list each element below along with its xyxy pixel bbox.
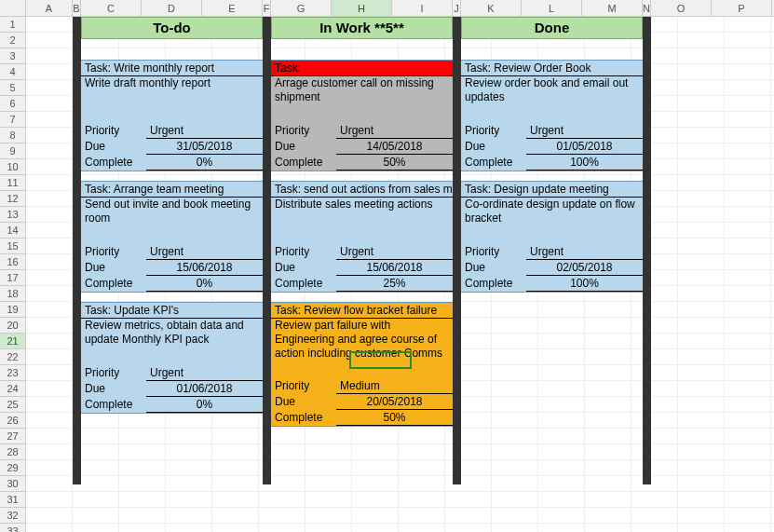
row-header-16[interactable]: 16 (0, 254, 25, 270)
row-header-29[interactable]: 29 (0, 460, 25, 476)
row-header-4[interactable]: 4 (0, 64, 25, 80)
priority-value[interactable]: Urgent (526, 244, 643, 260)
due-value[interactable]: 20/05/2018 (336, 394, 453, 410)
row-header-24[interactable]: 24 (0, 381, 25, 397)
column-header-a[interactable]: A (26, 0, 73, 16)
priority-value[interactable]: Urgent (146, 365, 263, 381)
task-desc[interactable]: Co-ordinate design update on flow bracke… (461, 198, 643, 244)
row-header-12[interactable]: 12 (0, 191, 25, 207)
task-desc[interactable]: Review metrics, obtain data and update M… (81, 319, 263, 365)
task-title[interactable]: Task: Arrange team meeting (81, 182, 263, 198)
row-header-30[interactable]: 30 (0, 476, 25, 492)
row-header-19[interactable]: 19 (0, 302, 25, 318)
complete-value[interactable]: 100% (526, 276, 643, 292)
task-card[interactable]: Task: Design update meeting Co-ordinate … (461, 181, 643, 293)
due-value[interactable]: 01/06/2018 (146, 381, 263, 397)
lane-header-inwork[interactable]: In Work **5** (271, 17, 453, 39)
complete-value[interactable]: 50% (336, 410, 453, 426)
row-header-33[interactable]: 33 (0, 524, 25, 532)
due-value[interactable]: 31/05/2018 (146, 139, 263, 155)
priority-value[interactable]: Medium (336, 378, 453, 394)
row-header-15[interactable]: 15 (0, 239, 25, 254)
row-header-26[interactable]: 26 (0, 413, 25, 429)
column-header-d[interactable]: D (142, 0, 202, 16)
row-header-23[interactable]: 23 (0, 365, 25, 381)
row-header-7[interactable]: 7 (0, 112, 25, 128)
priority-value[interactable]: Urgent (146, 244, 263, 260)
column-header-h[interactable]: H (332, 0, 392, 16)
row-header-8[interactable]: 8 (0, 128, 25, 143)
row-header-5[interactable]: 5 (0, 80, 25, 96)
row-header-10[interactable]: 10 (0, 159, 25, 175)
due-value[interactable]: 15/06/2018 (146, 260, 263, 276)
priority-value[interactable]: Urgent (336, 244, 453, 260)
column-header-j[interactable]: J (453, 0, 461, 16)
column-header-e[interactable]: E (202, 0, 263, 16)
row-header-28[interactable]: 28 (0, 444, 25, 460)
row-header-27[interactable]: 27 (0, 429, 25, 444)
column-header-p[interactable]: P (712, 0, 772, 16)
select-all-corner[interactable] (0, 0, 26, 16)
row-header-11[interactable]: 11 (0, 175, 25, 191)
task-title[interactable]: Task: Write monthly report (81, 61, 263, 76)
column-header-n[interactable]: N (643, 0, 651, 16)
row-header-25[interactable]: 25 (0, 397, 25, 413)
task-card[interactable]: Task: send out actions from sales meet D… (271, 181, 453, 293)
priority-value[interactable]: Urgent (336, 123, 453, 139)
task-desc[interactable]: Arrage customer call on missing shipment (271, 76, 453, 123)
row-header-17[interactable]: 17 (0, 270, 25, 286)
column-header-c[interactable]: C (81, 0, 142, 16)
task-desc[interactable]: Review part failure with Engineering and… (271, 319, 453, 378)
task-title[interactable]: Task: Update KPI's (81, 303, 263, 319)
task-desc[interactable]: Send out invite and book meeting room (81, 198, 263, 244)
row-header-21[interactable]: 21 (0, 334, 25, 349)
column-header-f[interactable]: F (263, 0, 271, 16)
task-title[interactable]: Task: Design update meeting (461, 182, 643, 198)
task-card[interactable]: Task: Review flow bracket failure Review… (271, 302, 453, 427)
row-header-31[interactable]: 31 (0, 492, 25, 508)
row-header-32[interactable]: 32 (0, 508, 25, 524)
complete-value[interactable]: 0% (146, 276, 263, 292)
due-value[interactable]: 15/06/2018 (336, 260, 453, 276)
row-header-3[interactable]: 3 (0, 48, 25, 64)
complete-value[interactable]: 100% (526, 155, 643, 171)
column-header-m[interactable]: M (582, 0, 643, 16)
task-card[interactable]: Task: Arrage customer call on missing sh… (271, 60, 453, 171)
col-a-spacer[interactable] (26, 17, 73, 532)
lane-header-todo[interactable]: To-do (81, 17, 263, 39)
due-value[interactable]: 01/05/2018 (526, 139, 643, 155)
row-header-14[interactable]: 14 (0, 223, 25, 239)
task-card[interactable]: Task: Review Order Book Review order boo… (461, 60, 643, 171)
row-header-20[interactable]: 20 (0, 318, 25, 334)
column-header-b[interactable]: B (73, 0, 81, 16)
priority-value[interactable]: Urgent (146, 123, 263, 139)
row-header-1[interactable]: 1 (0, 17, 25, 33)
column-header-g[interactable]: G (271, 0, 332, 16)
priority-value[interactable]: Urgent (526, 123, 643, 139)
row-header-18[interactable]: 18 (0, 286, 25, 302)
complete-value[interactable]: 25% (336, 276, 453, 292)
task-card[interactable]: Task: Arrange team meeting Send out invi… (81, 181, 263, 293)
column-header-o[interactable]: O (651, 0, 712, 16)
row-header-6[interactable]: 6 (0, 96, 25, 112)
task-desc[interactable]: Distribute sales meeting actions (271, 198, 453, 244)
task-title[interactable]: Task: send out actions from sales meet (271, 182, 453, 198)
complete-value[interactable]: 0% (146, 155, 263, 171)
complete-value[interactable]: 50% (336, 155, 453, 171)
task-desc[interactable]: Review order book and email out updates (461, 76, 643, 123)
task-card[interactable]: Task: Write monthly report Write draft m… (81, 60, 263, 171)
due-value[interactable]: 02/05/2018 (526, 260, 643, 276)
complete-value[interactable]: 0% (146, 397, 263, 413)
task-title[interactable]: Task: Review flow bracket failure (271, 303, 453, 319)
task-desc[interactable]: Write draft monthly report (81, 76, 263, 123)
row-header-13[interactable]: 13 (0, 207, 25, 223)
row-header-9[interactable]: 9 (0, 143, 25, 159)
column-header-i[interactable]: I (392, 0, 453, 16)
task-card[interactable]: Task: Update KPI's Review metrics, obtai… (81, 302, 263, 414)
column-header-l[interactable]: L (522, 0, 582, 16)
column-header-k[interactable]: K (461, 0, 522, 16)
row-header-2[interactable]: 2 (0, 33, 25, 48)
task-title[interactable]: Task: Review Order Book (461, 61, 643, 76)
due-value[interactable]: 14/05/2018 (336, 139, 453, 155)
task-title[interactable]: Task: (271, 61, 453, 76)
